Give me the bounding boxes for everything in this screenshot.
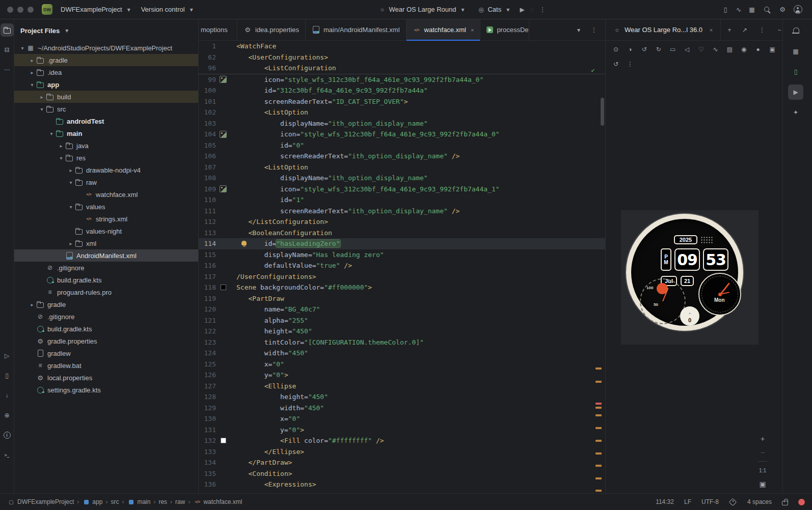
gutter[interactable]: 123	[199, 337, 236, 348]
zoom-out-button[interactable]: −	[757, 447, 768, 458]
rotate-right-button[interactable]: ↻	[653, 43, 665, 55]
error-highlight-indicator[interactable]	[798, 499, 805, 505]
gutter[interactable]: 136	[199, 479, 236, 490]
code-line-115[interactable]: 115 displayName="Has leading zero"	[199, 249, 605, 261]
chevron-down-icon[interactable]: ▾	[57, 155, 65, 161]
code-line-102[interactable]: 102 <ListOption	[199, 107, 605, 118]
power-button[interactable]: ⊙	[610, 43, 622, 55]
notifications-button[interactable]	[788, 23, 803, 39]
heart-rate-button[interactable]: ♡	[695, 43, 708, 55]
code-line-136[interactable]: 136 <Expressions>	[199, 479, 605, 490]
gutter[interactable]: 96	[199, 63, 236, 74]
gutter[interactable]: 135	[199, 468, 236, 479]
breadcrumb-watchface.xml[interactable]: </>watchface.xml	[193, 498, 242, 506]
tree-item-.idea[interactable]: ▸.idea	[14, 66, 198, 78]
file-encoding[interactable]: UTF-8	[701, 498, 719, 505]
window-close-button[interactable]	[7, 7, 13, 13]
gutter[interactable]: 120	[199, 304, 236, 315]
chevron-down-icon[interactable]: ▾	[38, 106, 46, 112]
gutter[interactable]: 112	[199, 216, 236, 228]
tag-icon[interactable]	[729, 498, 737, 506]
code-line-100[interactable]: 100 id="312c30bf_f64a_461e_9c93_992f2fb7…	[199, 85, 605, 96]
code-line-118[interactable]: 118Scene backgroundColor="#ff000000">	[199, 282, 605, 293]
gutter[interactable]: 113	[199, 228, 236, 239]
code-line-130[interactable]: 130 x="0"	[199, 413, 605, 424]
window-zoom-button[interactable]	[28, 7, 34, 13]
volume-button[interactable]: ◑	[624, 43, 636, 55]
zoom-in-button[interactable]: +	[757, 434, 768, 444]
code-line-103[interactable]: 103 displayName="ith_option_display_name…	[199, 118, 605, 129]
code-line-132[interactable]: 132 <Fill color="#ffffffff" />	[199, 435, 605, 446]
analysis-marker[interactable]	[596, 367, 602, 370]
close-tab-icon[interactable]: ×	[471, 27, 474, 33]
code-line-105[interactable]: 105 id="0"	[199, 140, 605, 151]
tree-item-settings.gradle.kts[interactable]: settings.gradle.kts	[14, 384, 198, 396]
analysis-marker[interactable]	[596, 465, 602, 467]
code-line-104[interactable]: 104 icon="style_wfs_312c30bf_f64a_461e_9…	[199, 129, 605, 140]
commit-view-button[interactable]: ⊟	[1, 43, 14, 56]
tree-item-values-night[interactable]: values-night	[14, 225, 198, 237]
code-line-117[interactable]: 117/UserConfigurations>	[199, 271, 605, 282]
more-actions-button[interactable]: ⋮	[538, 6, 547, 14]
breadcrumb-raw[interactable]: raw	[175, 498, 185, 505]
breadcrumb-res[interactable]: res	[158, 498, 167, 505]
tree-item-watchface.xml[interactable]: </>watchface.xml	[14, 188, 198, 201]
device-screen[interactable]: 2025 P M 09 53 Jul 21	[621, 210, 759, 345]
project-panel-header[interactable]: Project Files ▾	[14, 19, 198, 42]
chevron-down-icon[interactable]: ▾	[18, 45, 26, 51]
gutter[interactable]: 122	[199, 326, 236, 337]
camera-button[interactable]: ◉	[738, 43, 750, 55]
gutter[interactable]: 1	[199, 41, 236, 52]
analysis-marker[interactable]	[596, 477, 602, 479]
gutter[interactable]: 109	[199, 184, 236, 195]
chevron-down-icon[interactable]: ▾	[67, 204, 75, 210]
search-everywhere-button[interactable]	[761, 4, 773, 16]
code-line-135[interactable]: 135 <Condition>	[199, 468, 605, 479]
settings-button[interactable]: ⚙	[778, 6, 787, 14]
indent-setting[interactable]: 4 spaces	[747, 498, 772, 505]
gutter[interactable]: 126	[199, 370, 236, 381]
code-line-134[interactable]: 134 </PartDraw>	[199, 457, 605, 468]
code-line-1[interactable]: 1<WatchFace	[199, 41, 605, 52]
code-line-121[interactable]: 121 alpha="255"	[199, 315, 605, 326]
zoom-actual-button[interactable]: 1:1	[757, 465, 768, 475]
gutter[interactable]: 116	[199, 260, 236, 271]
wear-button-button[interactable]: ▭	[667, 43, 679, 55]
code-line-133[interactable]: 133 </Ellipse>	[199, 446, 605, 458]
tree-item-build[interactable]: ▸build	[14, 91, 198, 103]
code-line-114[interactable]: 114 id="hasLeadingZero"	[199, 238, 605, 249]
add-device-button[interactable]: +	[723, 23, 736, 37]
intention-bulb-icon[interactable]	[241, 241, 247, 245]
chevron-right-icon[interactable]: ▸	[67, 167, 75, 173]
chevron-down-icon[interactable]: ▾	[28, 82, 36, 88]
problems-tool-button[interactable]: i	[1, 429, 14, 442]
gutter[interactable]: 105	[199, 140, 236, 151]
breadcrumb-main[interactable]: main	[127, 498, 150, 506]
version-control-button[interactable]: Version control ▾	[137, 4, 200, 16]
gutter[interactable]: 114	[199, 238, 236, 249]
code-line-126[interactable]: 126 y="0">	[199, 370, 605, 381]
tree-item-.gitignore[interactable]: ⊘.gitignore	[14, 262, 198, 274]
record-button[interactable]: ●	[752, 43, 764, 55]
gutter[interactable]: 99	[199, 74, 236, 86]
project-menu-button[interactable]: DWFExampleProject ▾	[57, 4, 137, 16]
more-options-icon[interactable]: ⋮	[755, 23, 769, 37]
code-line-122[interactable]: 122 height="450"	[199, 326, 605, 337]
rotate-left-button[interactable]: ↺	[638, 43, 651, 55]
tree-item-AndroidManifest.xml[interactable]: AndroidManifest.xml	[14, 249, 198, 262]
gutter[interactable]: 103	[199, 118, 236, 129]
gutter[interactable]: 133	[199, 446, 236, 458]
tree-item-gradle[interactable]: ▸gradle	[14, 298, 198, 310]
more-vert-button[interactable]: ⋮	[625, 59, 635, 69]
code-line-120[interactable]: 120 name="BG_40c7"	[199, 304, 605, 315]
code-line-129[interactable]: 129 width="450"	[199, 403, 605, 414]
code-line-119[interactable]: 119 <PartDraw	[199, 293, 605, 304]
tab-processDebug[interactable]: processDebug	[480, 19, 529, 40]
gutter[interactable]: 110	[199, 194, 236, 206]
tilt-button[interactable]: ∿	[709, 43, 721, 55]
analysis-marker[interactable]	[596, 427, 602, 429]
back-button[interactable]: ◁	[681, 43, 693, 55]
gutter[interactable]: 106	[199, 151, 236, 162]
tree-item-~/AndroidStudioProjects/DWFExampleProject[interactable]: ▾▦~/AndroidStudioProjects/DWFExampleProj…	[14, 42, 198, 54]
analysis-marker[interactable]	[596, 490, 602, 492]
